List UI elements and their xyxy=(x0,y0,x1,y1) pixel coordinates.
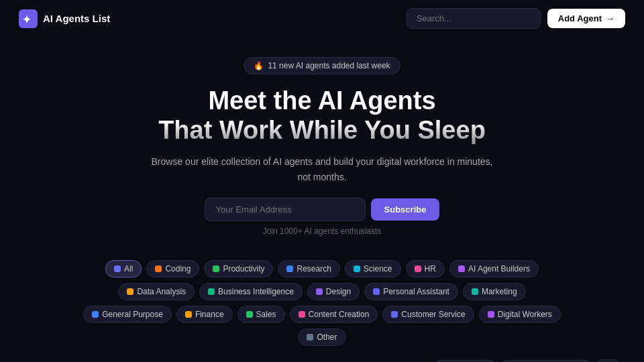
add-agent-label: Add Agent xyxy=(558,13,602,23)
filter-tag-research[interactable]: Research xyxy=(278,260,339,278)
search-input[interactable] xyxy=(407,8,541,29)
svg-text:✦: ✦ xyxy=(22,14,32,25)
hero-description: Browse our elite collection of AI agents… xyxy=(148,154,496,184)
filter-tag-business-intelligence[interactable]: Business Intelligence xyxy=(199,283,303,300)
filter-tag-coding[interactable]: Coding xyxy=(146,260,199,278)
filter-tag-productivity[interactable]: Productivity xyxy=(204,260,273,278)
results-bar: Showing 30 of 220 AI Agents All Pricing … xyxy=(0,354,644,362)
hero-title-line1: Meet the AI Agents xyxy=(208,86,435,115)
add-agent-arrow: → xyxy=(606,13,614,23)
filter-label-customer-service: Customer Service xyxy=(401,310,465,319)
filter-label-research: Research xyxy=(297,264,331,274)
filter-label-science: Science xyxy=(364,264,392,274)
header: ✦ AI Agents List Add Agent → xyxy=(0,0,644,37)
filter-label-marketing: Marketing xyxy=(482,287,517,296)
clear-filters-button[interactable]: ✕ xyxy=(597,359,620,362)
filter-label-coding: Coding xyxy=(165,264,191,274)
filter-section: AllCodingProductivityResearchScienceHRAI… xyxy=(0,260,644,354)
filter-tag-personal-assistant[interactable]: Personal Assistant xyxy=(364,283,458,300)
filter-dot-business-intelligence xyxy=(208,288,215,295)
filter-row-3: General PurposeFinanceSalesContent Creat… xyxy=(83,306,561,323)
filter-row-4: Other xyxy=(298,328,345,346)
filter-tag-content-creation[interactable]: Content Creation xyxy=(290,306,378,323)
filter-label-productivity: Productivity xyxy=(223,264,264,274)
add-agent-button[interactable]: Add Agent → xyxy=(547,9,625,28)
filter-dot-all xyxy=(114,265,121,272)
filter-dot-general-purpose xyxy=(92,311,99,318)
filter-row-1: AllCodingProductivityResearchScienceHRAI… xyxy=(105,260,539,278)
filter-tag-hr[interactable]: HR xyxy=(406,260,445,278)
filter-label-sales: Sales xyxy=(256,310,276,319)
filter-tag-ai-agent-builders[interactable]: AI Agent Builders xyxy=(449,260,539,278)
badge-text: 11 new AI agents added last week xyxy=(268,61,390,70)
email-input[interactable] xyxy=(205,198,366,221)
filter-tag-other[interactable]: Other xyxy=(298,328,345,346)
filter-label-digital-workers: Digital Workers xyxy=(498,310,552,319)
filter-dot-hr xyxy=(415,265,421,272)
filter-tag-customer-service[interactable]: Customer Service xyxy=(382,306,474,323)
filter-label-finance: Finance xyxy=(195,310,224,319)
filter-tag-science[interactable]: Science xyxy=(345,260,401,278)
logo-text: AI Agents List xyxy=(43,13,110,24)
filter-label-hr: HR xyxy=(425,264,436,274)
filter-label-personal-assistant: Personal Assistant xyxy=(383,287,449,296)
filter-dot-research xyxy=(286,265,293,272)
filter-label-content-creation: Content Creation xyxy=(309,310,370,319)
logo-icon: ✦ xyxy=(19,9,38,28)
filter-dot-ai-agent-builders xyxy=(458,265,465,272)
hero-title: Meet the AI Agents That Work While You S… xyxy=(27,86,617,145)
filter-dot-science xyxy=(354,265,360,272)
filter-tag-general-purpose[interactable]: General Purpose xyxy=(83,306,172,323)
filter-label-design: Design xyxy=(326,287,351,296)
filter-label-all: All xyxy=(124,264,133,274)
filter-tag-all[interactable]: All xyxy=(105,260,142,278)
filter-tag-marketing[interactable]: Marketing xyxy=(463,283,526,300)
filter-dot-marketing xyxy=(472,288,478,295)
badge-icon: 🔥 xyxy=(254,61,264,70)
filter-label-ai-agent-builders: AI Agent Builders xyxy=(468,264,530,274)
subscribe-button[interactable]: Subscribe xyxy=(371,198,440,221)
filter-dot-other xyxy=(307,334,313,341)
filter-label-business-intelligence: Business Intelligence xyxy=(218,287,294,296)
filter-dot-personal-assistant xyxy=(373,288,380,295)
subscribe-row: Subscribe xyxy=(27,198,617,221)
filter-label-data-analysis: Data Analysis xyxy=(137,287,186,296)
filter-controls: All Pricing ▾ All Access Models ▾ ✕ xyxy=(435,359,620,362)
hero-section: 🔥 11 new AI agents added last week Meet … xyxy=(0,37,644,260)
header-right: Add Agent → xyxy=(407,8,625,29)
filter-label-other: Other xyxy=(317,333,337,342)
hero-title-line2: That Work While You Sleep xyxy=(158,116,486,144)
filter-tag-digital-workers[interactable]: Digital Workers xyxy=(479,306,561,323)
join-text: Join 1000+ AI agents enthusiasts xyxy=(27,227,617,236)
filter-dot-productivity xyxy=(213,265,219,272)
filter-dot-content-creation xyxy=(299,311,305,318)
filter-dot-sales xyxy=(246,311,253,318)
filter-dot-digital-workers xyxy=(488,311,494,318)
filter-dot-design xyxy=(316,288,323,295)
filter-dot-finance xyxy=(185,311,192,318)
filter-label-general-purpose: General Purpose xyxy=(102,310,163,319)
new-agents-badge: 🔥 11 new AI agents added last week xyxy=(244,57,400,74)
filter-tag-design[interactable]: Design xyxy=(307,283,360,300)
filter-tag-sales[interactable]: Sales xyxy=(237,306,285,323)
logo-area: ✦ AI Agents List xyxy=(19,9,110,28)
filter-dot-coding xyxy=(155,265,162,272)
filter-row-2: Data AnalysisBusiness IntelligenceDesign… xyxy=(118,283,525,300)
filter-dot-customer-service xyxy=(391,311,398,318)
filter-dot-data-analysis xyxy=(127,288,133,295)
filter-tag-finance[interactable]: Finance xyxy=(176,306,233,323)
filter-tag-data-analysis[interactable]: Data Analysis xyxy=(118,283,195,300)
